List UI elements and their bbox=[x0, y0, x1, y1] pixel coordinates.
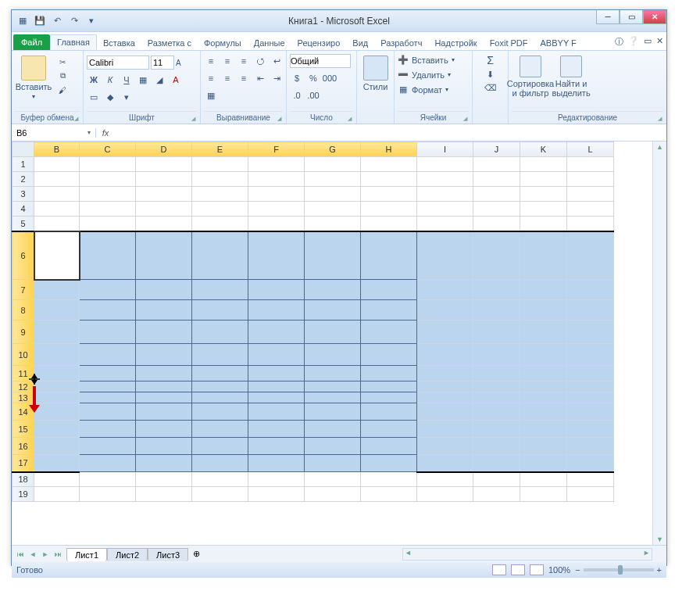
zoom-level[interactable]: 100% bbox=[548, 565, 570, 575]
page-break-view-button[interactable] bbox=[530, 564, 544, 575]
cell-F6[interactable] bbox=[248, 231, 305, 280]
col-header-L[interactable]: L bbox=[567, 142, 614, 157]
cell-L19[interactable] bbox=[567, 487, 614, 502]
row-header-9[interactable]: 9 bbox=[12, 321, 34, 344]
row-header-5[interactable]: 5 bbox=[12, 217, 34, 231]
col-header-E[interactable]: E bbox=[192, 142, 248, 157]
fill-down-icon[interactable]: ⬇ bbox=[487, 70, 494, 80]
cell-F9[interactable] bbox=[248, 321, 305, 344]
row-header-17[interactable]: 17 bbox=[12, 455, 34, 472]
cell-D16[interactable] bbox=[136, 438, 192, 455]
vertical-scrollbar[interactable] bbox=[652, 141, 666, 545]
cell-F7[interactable] bbox=[248, 280, 305, 300]
increase-decimal-icon[interactable]: .0 bbox=[290, 88, 304, 102]
tab-page-layout[interactable]: Разметка с bbox=[141, 36, 198, 50]
cell-C13[interactable] bbox=[80, 392, 136, 403]
cell-J1[interactable] bbox=[473, 157, 520, 172]
minimize-button[interactable]: ─ bbox=[596, 10, 620, 24]
window-restore-icon[interactable]: ▭ bbox=[644, 36, 652, 48]
orientation-icon[interactable]: ⭯ bbox=[253, 54, 267, 68]
border-button[interactable]: ▦ bbox=[136, 73, 150, 87]
cell-F19[interactable] bbox=[248, 487, 305, 502]
align-bottom-icon[interactable]: ≡ bbox=[237, 54, 251, 68]
cell-D14[interactable] bbox=[136, 403, 192, 421]
cell-D17[interactable] bbox=[136, 455, 192, 472]
cell-B15[interactable] bbox=[34, 421, 80, 438]
cell-B2[interactable] bbox=[34, 172, 80, 187]
cell-B7[interactable] bbox=[34, 280, 80, 300]
cell-H11[interactable] bbox=[361, 366, 417, 381]
cell-D18[interactable] bbox=[136, 472, 192, 487]
cell-K3[interactable] bbox=[520, 187, 567, 202]
cell-L11[interactable] bbox=[567, 366, 614, 381]
cell-F15[interactable] bbox=[248, 421, 305, 438]
row-header-18[interactable]: 18 bbox=[12, 472, 34, 487]
tab-file[interactable]: Файл bbox=[13, 34, 50, 50]
cell-H10[interactable] bbox=[361, 344, 417, 366]
cell-D6[interactable] bbox=[136, 231, 192, 280]
cell-J6[interactable] bbox=[473, 231, 520, 280]
qat-more-icon[interactable]: ▾ bbox=[84, 13, 99, 29]
col-header-K[interactable]: K bbox=[520, 142, 567, 157]
cell-G15[interactable] bbox=[305, 421, 361, 438]
new-sheet-icon[interactable]: ⊕ bbox=[188, 549, 205, 559]
cell-E5[interactable] bbox=[192, 217, 248, 231]
cell-K4[interactable] bbox=[520, 202, 567, 217]
cell-D10[interactable] bbox=[136, 344, 192, 366]
border-bottom-icon[interactable]: ▭ bbox=[87, 90, 101, 104]
cell-E3[interactable] bbox=[192, 187, 248, 202]
cell-D15[interactable] bbox=[136, 421, 192, 438]
font-color-icon[interactable]: ▾ bbox=[120, 90, 134, 104]
font-size-input[interactable] bbox=[151, 56, 174, 70]
cell-E8[interactable] bbox=[192, 300, 248, 321]
cell-I1[interactable] bbox=[417, 157, 473, 172]
cell-G7[interactable] bbox=[305, 280, 361, 300]
cell-K8[interactable] bbox=[520, 300, 567, 321]
cell-B14[interactable] bbox=[34, 403, 80, 421]
cell-H7[interactable] bbox=[361, 280, 417, 300]
cell-C4[interactable] bbox=[80, 202, 136, 217]
cell-K11[interactable] bbox=[520, 366, 567, 381]
cell-E6[interactable] bbox=[192, 231, 248, 280]
window-close-icon[interactable]: ✕ bbox=[656, 36, 663, 48]
cell-C2[interactable] bbox=[80, 172, 136, 187]
cell-E1[interactable] bbox=[192, 157, 248, 172]
styles-button[interactable]: Стили bbox=[360, 52, 391, 91]
cell-L5[interactable] bbox=[567, 217, 614, 231]
row-header-15[interactable]: 15 bbox=[12, 421, 34, 438]
cell-G11[interactable] bbox=[305, 366, 361, 381]
fx-icon[interactable]: fx bbox=[96, 128, 115, 138]
cell-G4[interactable] bbox=[305, 202, 361, 217]
cell-K6[interactable] bbox=[520, 231, 567, 280]
cell-C11[interactable] bbox=[80, 366, 136, 381]
cell-I14[interactable] bbox=[417, 403, 473, 421]
cell-L17[interactable] bbox=[567, 455, 614, 472]
cell-C10[interactable] bbox=[80, 344, 136, 366]
cell-H18[interactable] bbox=[361, 472, 417, 487]
cell-F12[interactable] bbox=[248, 381, 305, 392]
cell-K7[interactable] bbox=[520, 280, 567, 300]
wrap-text-icon[interactable]: ↩ bbox=[270, 54, 284, 68]
find-select-button[interactable]: Найти и выделить bbox=[552, 52, 590, 98]
col-header-F[interactable]: F bbox=[248, 142, 305, 157]
cell-G6[interactable] bbox=[305, 231, 361, 280]
zoom-out-button[interactable]: − bbox=[575, 565, 580, 575]
cell-F18[interactable] bbox=[248, 472, 305, 487]
cell-J10[interactable] bbox=[473, 344, 520, 366]
cell-B18[interactable] bbox=[34, 472, 80, 487]
align-top-icon[interactable]: ≡ bbox=[204, 54, 218, 68]
cell-J15[interactable] bbox=[473, 421, 520, 438]
sheet-tab-1[interactable]: Лист1 bbox=[66, 548, 107, 561]
row-header-10[interactable]: 10 bbox=[12, 344, 34, 366]
format-cells-button[interactable]: ▦Формат▾ bbox=[398, 84, 448, 95]
cell-E7[interactable] bbox=[192, 280, 248, 300]
cell-D13[interactable] bbox=[136, 392, 192, 403]
cell-H13[interactable] bbox=[361, 392, 417, 403]
cell-C5[interactable] bbox=[80, 217, 136, 231]
cell-I3[interactable] bbox=[417, 187, 473, 202]
cell-L16[interactable] bbox=[567, 438, 614, 455]
cell-I19[interactable] bbox=[417, 487, 473, 502]
cell-I15[interactable] bbox=[417, 421, 473, 438]
cell-G13[interactable] bbox=[305, 392, 361, 403]
cell-F1[interactable] bbox=[248, 157, 305, 172]
